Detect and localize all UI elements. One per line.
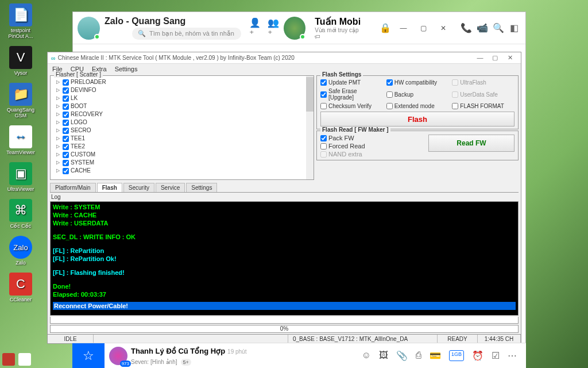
desktop-icon[interactable]: ⌘Cốc Cốc <box>3 199 38 229</box>
emoji-icon[interactable]: ☺ <box>362 350 371 361</box>
add-friend-icon[interactable]: 👤⁺ <box>249 22 261 34</box>
desktop-icons: 📄testpoint PinOut A... VVysor 📁QuangSang… <box>3 3 38 302</box>
scatter-item[interactable]: ▷TEE1 <box>53 135 305 143</box>
scatter-item[interactable]: ▷BOOT <box>53 102 305 110</box>
image-icon[interactable]: 🖼 <box>379 350 388 361</box>
cb-safe-erase[interactable]: Safe Erase [Upgrade] <box>320 88 383 101</box>
task-icon[interactable]: ☑ <box>492 350 500 361</box>
app-icon: ∞ <box>51 55 56 62</box>
card-icon[interactable]: 💳 <box>430 350 441 361</box>
status-ready: READY <box>438 335 478 343</box>
status-idle: IDLE <box>48 335 94 343</box>
chat-preview[interactable]: 973 Thanh Lý Đồ Cũ Tổng Hợp19 phút Seven… <box>105 346 362 366</box>
scatter-item[interactable]: ▷CACHE <box>53 167 305 175</box>
flasher-scatter-panel: Flasher [ Scatter ] ▷PRELOADER ▷DEVINFO … <box>50 75 314 180</box>
cm-window: ∞ Chinese Miracle II : MTK Service Tool … <box>47 52 521 344</box>
cb-backup[interactable]: Backup <box>386 88 449 101</box>
scatter-item[interactable]: ▷RECOVERY <box>53 110 305 118</box>
star-button[interactable]: ☆ <box>72 343 105 368</box>
contact-avatar[interactable] <box>284 17 305 40</box>
maximize-button[interactable]: ▢ <box>488 54 502 62</box>
scatter-item[interactable]: ▷PRELOADER <box>53 78 305 86</box>
status-bar: IDLE 0_BASE : BASE_V1712 : MTK_AllInOne_… <box>48 334 521 343</box>
more-icon[interactable]: ⋯ <box>508 350 517 361</box>
status-time: 1:44:35 CH <box>478 335 521 343</box>
progress-bar: 0% <box>50 325 519 333</box>
cb-checksum[interactable]: Checksum Verify <box>320 103 383 109</box>
taskbar <box>2 353 31 366</box>
taskbar-icon[interactable] <box>18 353 31 366</box>
scatter-item[interactable]: ▷LOGO <box>53 118 305 126</box>
desktop-icon[interactable]: VVysor <box>3 46 38 76</box>
cb-nand-extra[interactable]: NAND extra <box>320 151 428 158</box>
desktop-icon[interactable]: 📄testpoint PinOut A... <box>3 3 38 39</box>
cb-forced-read[interactable]: Forced Read <box>320 143 428 150</box>
self-name: Zalo - Quang Sang <box>105 16 241 26</box>
tab-security[interactable]: Security <box>123 183 154 192</box>
call-icon[interactable]: 📞 <box>461 22 472 34</box>
flash-read-group: Flash Read [ FW Maker ] Pack FW Forced R… <box>316 131 519 160</box>
minimize-button[interactable]: — <box>396 22 411 34</box>
search-icon: 🔍 <box>138 30 146 37</box>
gb-badge[interactable]: 1GB <box>449 350 464 361</box>
flash-settings-group: Flash Settings Update PMT HW compatibili… <box>316 75 519 129</box>
taskbar-icon[interactable] <box>2 353 15 366</box>
zalo-header: Zalo - Quang Sang 🔍 Tìm bạn bè, nhóm và … <box>73 12 525 44</box>
scatter-item[interactable]: ▷DEVINFO <box>53 86 305 94</box>
cb-flash-format[interactable]: FLASH FORMAT <box>452 103 514 109</box>
maximize-button[interactable]: ▢ <box>416 22 431 34</box>
desktop-icon[interactable]: ↔TeamViewer <box>3 125 38 155</box>
video-icon[interactable]: 📹 <box>477 22 488 34</box>
minimize-button[interactable]: — <box>473 54 488 62</box>
log-label: Log <box>50 194 519 200</box>
attach-icon[interactable]: 📎 <box>396 350 408 361</box>
cb-extended[interactable]: Extended mode <box>386 103 449 109</box>
cb-ultraflash[interactable]: UltraFlash <box>452 79 514 86</box>
desktop-icon[interactable]: 📁QuangSang GSM <box>3 83 38 118</box>
close-button[interactable]: ✕ <box>502 54 517 62</box>
tab-settings[interactable]: Settings <box>186 183 217 192</box>
menu-settings[interactable]: Settings <box>115 66 138 72</box>
cm-menubar: File CPU Extra Settings <box>48 64 521 74</box>
cb-update-pmt[interactable]: Update PMT <box>320 79 383 86</box>
status-base: 0_BASE : BASE_V1712 : MTK_AllInOne_DA <box>288 335 438 343</box>
lock-icon[interactable]: 🔒 <box>380 22 391 34</box>
capture-icon[interactable]: ⎙ <box>416 350 421 361</box>
tag-icon[interactable]: 🏷 <box>315 33 320 40</box>
scatter-item[interactable]: ▷LK <box>53 94 305 102</box>
tab-service[interactable]: Service <box>156 183 185 192</box>
tab-flash[interactable]: Flash <box>97 183 122 192</box>
scatter-item[interactable]: ▷SECRO <box>53 126 305 135</box>
cb-pack-fw[interactable]: Pack FW <box>320 135 428 141</box>
self-avatar[interactable] <box>78 17 100 40</box>
search-input[interactable]: 🔍 Tìm bạn bè, nhóm và tin nhắn <box>132 28 241 40</box>
zalo-bottom-bar: ☆ 973 Thanh Lý Đồ Cũ Tổng Hợp19 phút Sev… <box>72 343 526 368</box>
group-avatar: 973 <box>109 347 127 365</box>
search-contact-icon[interactable]: 🔍 <box>493 22 504 34</box>
scrollbar[interactable] <box>306 76 314 179</box>
log-console[interactable]: Write : SYSTEM Write : CACHE Write : USE… <box>50 201 519 316</box>
contact-name: Tuấn Mobi <box>315 16 363 27</box>
scatter-item[interactable]: ▷SYSTEM <box>53 159 305 167</box>
cb-hw-compat[interactable]: HW compatibility <box>386 79 449 86</box>
tab-platform[interactable]: Platform/Main <box>50 183 96 192</box>
tab-bar: Platform/Main Flash Security Service Set… <box>50 181 519 193</box>
desktop-icon[interactable]: ZaloZalo <box>3 236 38 266</box>
desktop-icon[interactable]: ▣UltraViewer <box>3 162 38 192</box>
flash-button[interactable]: Flash <box>320 112 514 126</box>
read-fw-button[interactable]: Read FW <box>428 135 514 152</box>
desktop-icon[interactable]: CCCleaner <box>3 273 38 302</box>
add-group-icon[interactable]: 👥⁺ <box>268 22 279 34</box>
cb-userdata-safe[interactable]: UserData Safe <box>452 88 514 101</box>
alarm-icon[interactable]: ⏰ <box>472 350 483 361</box>
cm-titlebar[interactable]: ∞ Chinese Miracle II : MTK Service Tool … <box>48 52 521 64</box>
scatter-item[interactable]: ▷TEE2 <box>53 143 305 151</box>
scatter-item[interactable]: ▷CUSTOM <box>53 151 305 159</box>
close-button[interactable]: ✕ <box>436 22 451 34</box>
panel-icon[interactable]: ◧ <box>509 22 520 34</box>
